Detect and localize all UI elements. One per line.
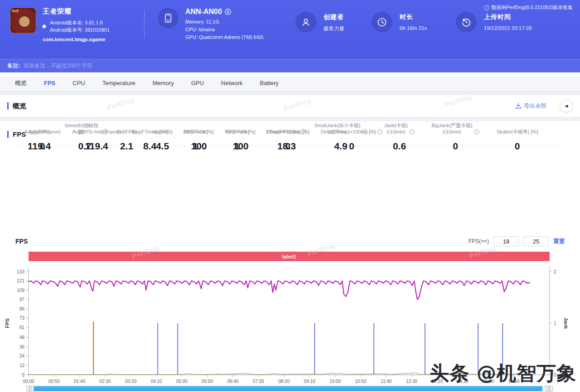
history-clock-icon	[456, 12, 477, 33]
stat-label: Delta(FTime)>100ms [/h]?	[317, 121, 386, 135]
info-icon[interactable]: ?	[409, 129, 415, 134]
stat2-3: Std(FTime)1	[175, 121, 216, 152]
fps-threshold-input-2[interactable]	[523, 236, 549, 246]
info-icon[interactable]: ?	[377, 129, 382, 134]
tab-bar: 概览FPSCPUTemperatureMemoryGPUNetworkBatte…	[0, 75, 580, 91]
scrollbar-thumb[interactable]	[34, 386, 542, 391]
stat2-1: Avg(FPS+InterFrame)119.4	[68, 121, 125, 152]
report-header: 5v5 王者荣耀 Android版本名: 3.81.1.8 Android版本号…	[0, 0, 580, 59]
svg-text:05:50: 05:50	[202, 379, 213, 384]
stat2-0: Avg(InterFrame)0	[16, 121, 68, 152]
line-InterFrame	[29, 373, 530, 375]
tab-概览[interactable]: 概览	[6, 75, 35, 91]
tab-Battery[interactable]: Battery	[251, 75, 287, 91]
upload-time-value: 19/12/2022 20:17:29	[484, 25, 532, 31]
tab-FPS[interactable]: FPS	[35, 75, 64, 91]
stat-label: BigJank(严重卡顿) (/10min)?	[428, 121, 483, 135]
fps-panel: FPS Avg(FPS)119.4Smooth(稳帧指数)?0.7Std(FPS…	[0, 121, 580, 392]
svg-text:04:10: 04:10	[150, 379, 162, 384]
svg-text:FPS: FPS	[5, 318, 10, 328]
svg-text:00:50: 00:50	[48, 379, 60, 384]
stat-value: 0	[483, 141, 552, 152]
app-info-block: 5v5 王者荣耀 Android版本名: 3.81.1.8 Android版本号…	[10, 7, 110, 42]
stat-value: 119.4	[68, 141, 125, 152]
creator-block: 创建者 极客力量	[295, 12, 344, 33]
stat-value: 1	[216, 141, 258, 152]
stat-label: Stutter(卡顿率) [%]	[483, 121, 552, 135]
diamond-icon	[42, 24, 47, 29]
svg-text:13:20: 13:20	[431, 379, 443, 384]
collapse-button[interactable]: ◀	[560, 100, 573, 112]
info-icon[interactable]: ?	[474, 129, 479, 134]
svg-text:1: 1	[554, 321, 556, 326]
scrollbar-right-handle[interactable]	[545, 386, 553, 392]
svg-text:36: 36	[19, 344, 25, 349]
app-package: com.tencent.tmgp.sgame	[43, 37, 110, 42]
spacer	[0, 117, 580, 121]
note-label: 备注:	[7, 62, 20, 70]
svg-text:109: 109	[17, 288, 24, 293]
device-cpu: CPU: lahaina	[185, 26, 265, 33]
fps-stats-row-2: Avg(InterFrame)0Avg(FPS+InterFrame)119.4…	[16, 121, 386, 152]
chart-scrollbar[interactable]	[29, 386, 550, 392]
svg-text:15:50: 15:50	[508, 379, 520, 384]
person-icon	[295, 12, 316, 33]
export-all-button[interactable]: 导出全部	[515, 102, 546, 110]
device-memory: Memory: 11.1G	[185, 18, 265, 26]
scrollbar-left-handle[interactable]	[26, 386, 34, 392]
stat2-4: Var(FTime)1	[216, 121, 258, 152]
overview-section-header: 概览 导出全部 ◀	[0, 95, 580, 117]
svg-text:08:20: 08:20	[278, 379, 290, 384]
svg-text:00:00: 00:00	[23, 379, 34, 384]
stat-value: 0	[258, 141, 317, 152]
collect-info: i 数据由PerfDog(8.0.221052)版本收集	[484, 4, 573, 11]
device-info-icon[interactable]: i	[225, 9, 231, 15]
stat-label: Var(FTime)	[216, 121, 258, 135]
stat-label: Avg(FTime) [ms]	[125, 121, 175, 135]
fps-threshold-input-1[interactable]	[493, 236, 519, 246]
tab-Memory[interactable]: Memory	[144, 75, 183, 91]
spacer	[0, 91, 580, 95]
creator-value: 极客力量	[324, 25, 344, 32]
app-badge: 5v5	[12, 9, 19, 13]
svg-text:03:20: 03:20	[125, 379, 136, 384]
svg-text:85: 85	[19, 306, 25, 311]
svg-text:12:30: 12:30	[406, 379, 417, 384]
app-name: 王者荣耀	[43, 7, 110, 16]
section-accent-bar	[7, 131, 9, 138]
stat-value: 8.4	[125, 141, 175, 152]
svg-text:61: 61	[19, 325, 25, 330]
phone-icon	[158, 8, 179, 29]
reset-button[interactable]: 重置	[553, 238, 565, 245]
stat-label: Avg(FPS+InterFrame)	[68, 121, 125, 135]
svg-text:06:40: 06:40	[227, 379, 238, 384]
line-FPS	[29, 281, 530, 300]
device-model: ANN-AN00	[185, 8, 222, 16]
upload-time-label: 上传时间	[484, 13, 532, 21]
stat-label: Std(FTime)	[175, 121, 216, 135]
note-bar[interactable]: 备注: 添加备注，不超过200个字符	[0, 59, 580, 72]
svg-text:14:10: 14:10	[457, 379, 469, 384]
svg-text:11:40: 11:40	[381, 379, 392, 384]
device-gpu: GPU: Qualcomm Adreno (TM) 642L	[185, 33, 265, 41]
svg-text:05:00: 05:00	[176, 379, 188, 384]
svg-text:48: 48	[19, 335, 25, 340]
app-version-code: Android版本号: 381010801	[50, 26, 110, 33]
svg-text:2: 2	[554, 269, 556, 274]
export-icon	[515, 103, 522, 109]
tab-CPU[interactable]: CPU	[64, 75, 93, 91]
svg-text:12: 12	[19, 363, 25, 368]
tab-GPU[interactable]: GPU	[183, 75, 213, 91]
svg-text:73: 73	[19, 316, 25, 320]
stat-value: 0	[317, 141, 386, 152]
svg-text:15:00: 15:00	[483, 379, 494, 384]
tab-Network[interactable]: Network	[213, 75, 251, 91]
svg-text:97: 97	[19, 297, 25, 302]
stat-label: Avg(InterFrame)	[16, 121, 68, 135]
svg-text:121: 121	[17, 278, 24, 283]
svg-text:10:00: 10:00	[329, 379, 341, 384]
stat-value: 0	[428, 141, 483, 152]
svg-text:01:40: 01:40	[74, 379, 85, 384]
svg-text:09:10: 09:10	[304, 379, 315, 384]
tab-Temperature[interactable]: Temperature	[94, 75, 144, 91]
